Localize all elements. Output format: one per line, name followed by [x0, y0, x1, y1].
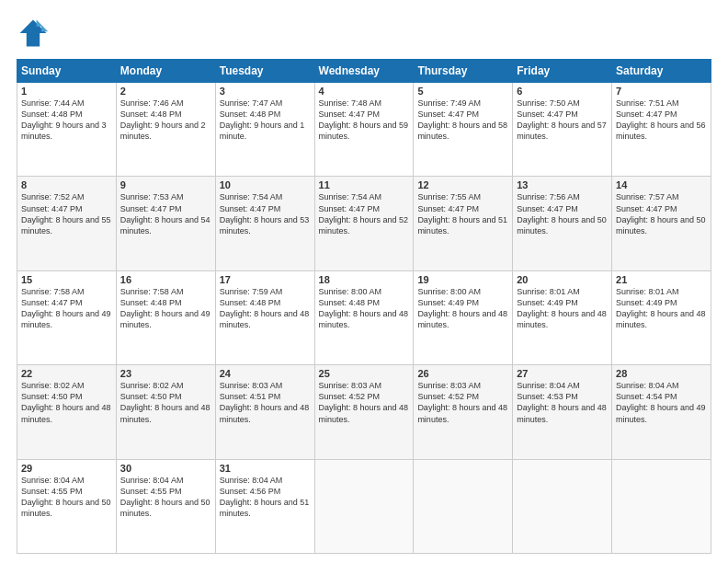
day-info: Sunrise: 8:04 AMSunset: 4:55 PMDaylight:…	[21, 476, 111, 518]
day-number: 21	[616, 274, 707, 285]
calendar-cell: 23Sunrise: 8:02 AMSunset: 4:50 PMDayligh…	[116, 365, 215, 459]
calendar-cell: 6Sunrise: 7:50 AMSunset: 4:47 PMDaylight…	[513, 83, 612, 177]
day-number: 19	[417, 274, 508, 285]
day-info: Sunrise: 7:59 AMSunset: 4:48 PMDaylight:…	[220, 287, 310, 329]
calendar-cell: 1Sunrise: 7:44 AMSunset: 4:48 PMDaylight…	[17, 83, 117, 177]
day-number: 11	[319, 179, 410, 190]
calendar-cell: 24Sunrise: 8:03 AMSunset: 4:51 PMDayligh…	[215, 365, 314, 459]
calendar-cell: 22Sunrise: 8:02 AMSunset: 4:50 PMDayligh…	[17, 365, 117, 459]
page: SundayMondayTuesdayWednesdayThursdayFrid…	[0, 0, 728, 563]
calendar-cell: 9Sunrise: 7:53 AMSunset: 4:47 PMDaylight…	[116, 177, 215, 270]
calendar-cell	[513, 459, 612, 553]
calendar-cell: 13Sunrise: 7:56 AMSunset: 4:47 PMDayligh…	[513, 177, 612, 270]
day-info: Sunrise: 7:48 AMSunset: 4:47 PMDaylight:…	[319, 98, 409, 141]
day-header-friday: Friday	[513, 60, 612, 83]
calendar-cell	[612, 459, 711, 553]
day-info: Sunrise: 7:54 AMSunset: 4:47 PMDaylight:…	[220, 192, 310, 235]
calendar-cell	[414, 459, 513, 553]
calendar-cell: 31Sunrise: 8:04 AMSunset: 4:56 PMDayligh…	[215, 459, 314, 553]
day-info: Sunrise: 8:03 AMSunset: 4:52 PMDaylight:…	[417, 381, 507, 423]
day-number: 15	[21, 274, 112, 285]
calendar-cell: 25Sunrise: 8:03 AMSunset: 4:52 PMDayligh…	[314, 365, 414, 459]
calendar-week-row: 1Sunrise: 7:44 AMSunset: 4:48 PMDaylight…	[17, 83, 711, 177]
day-number: 23	[120, 368, 211, 379]
day-number: 16	[120, 274, 211, 285]
day-number: 28	[616, 368, 707, 379]
day-info: Sunrise: 7:53 AMSunset: 4:47 PMDaylight:…	[120, 192, 210, 235]
calendar-cell: 27Sunrise: 8:04 AMSunset: 4:53 PMDayligh…	[513, 365, 612, 459]
day-number: 7	[616, 86, 707, 97]
day-info: Sunrise: 7:57 AMSunset: 4:47 PMDaylight:…	[616, 192, 706, 235]
calendar-week-row: 29Sunrise: 8:04 AMSunset: 4:55 PMDayligh…	[17, 459, 711, 553]
calendar-cell: 19Sunrise: 8:00 AMSunset: 4:49 PMDayligh…	[414, 270, 513, 364]
day-info: Sunrise: 7:46 AMSunset: 4:48 PMDaylight:…	[120, 98, 206, 141]
day-info: Sunrise: 8:00 AMSunset: 4:49 PMDaylight:…	[417, 287, 507, 329]
day-header-saturday: Saturday	[612, 60, 711, 83]
calendar-cell: 4Sunrise: 7:48 AMSunset: 4:47 PMDaylight…	[314, 83, 414, 177]
day-info: Sunrise: 7:49 AMSunset: 4:47 PMDaylight:…	[417, 98, 507, 141]
day-number: 20	[517, 274, 608, 285]
day-info: Sunrise: 8:01 AMSunset: 4:49 PMDaylight:…	[517, 287, 607, 329]
logo-icon	[17, 17, 50, 50]
calendar-cell: 20Sunrise: 8:01 AMSunset: 4:49 PMDayligh…	[513, 270, 612, 364]
day-info: Sunrise: 7:52 AMSunset: 4:47 PMDaylight:…	[21, 192, 111, 235]
day-header-thursday: Thursday	[414, 60, 513, 83]
day-info: Sunrise: 8:01 AMSunset: 4:49 PMDaylight:…	[616, 287, 706, 329]
day-number: 22	[21, 368, 112, 379]
day-info: Sunrise: 7:56 AMSunset: 4:47 PMDaylight:…	[517, 192, 607, 235]
day-header-monday: Monday	[116, 60, 215, 83]
day-number: 27	[517, 368, 608, 379]
calendar-cell: 15Sunrise: 7:58 AMSunset: 4:47 PMDayligh…	[17, 270, 117, 364]
calendar-cell: 17Sunrise: 7:59 AMSunset: 4:48 PMDayligh…	[215, 270, 314, 364]
calendar-cell: 14Sunrise: 7:57 AMSunset: 4:47 PMDayligh…	[612, 177, 711, 270]
day-info: Sunrise: 8:02 AMSunset: 4:50 PMDaylight:…	[120, 381, 210, 423]
day-info: Sunrise: 7:55 AMSunset: 4:47 PMDaylight:…	[417, 192, 507, 235]
day-number: 6	[517, 86, 608, 97]
day-number: 8	[21, 179, 112, 190]
day-info: Sunrise: 8:04 AMSunset: 4:54 PMDaylight:…	[616, 381, 706, 423]
day-number: 17	[220, 274, 311, 285]
calendar-cell	[314, 459, 414, 553]
day-number: 10	[220, 179, 311, 190]
calendar-cell: 7Sunrise: 7:51 AMSunset: 4:47 PMDaylight…	[612, 83, 711, 177]
calendar-cell: 8Sunrise: 7:52 AMSunset: 4:47 PMDaylight…	[17, 177, 117, 270]
day-number: 31	[220, 463, 311, 474]
calendar-cell: 2Sunrise: 7:46 AMSunset: 4:48 PMDaylight…	[116, 83, 215, 177]
day-header-tuesday: Tuesday	[215, 60, 314, 83]
day-number: 25	[319, 368, 410, 379]
day-number: 26	[417, 368, 508, 379]
calendar-cell: 5Sunrise: 7:49 AMSunset: 4:47 PMDaylight…	[414, 83, 513, 177]
day-number: 4	[319, 86, 410, 97]
calendar-week-row: 8Sunrise: 7:52 AMSunset: 4:47 PMDaylight…	[17, 177, 711, 270]
day-info: Sunrise: 8:00 AMSunset: 4:48 PMDaylight:…	[319, 287, 409, 329]
day-info: Sunrise: 8:04 AMSunset: 4:55 PMDaylight:…	[120, 476, 210, 518]
day-info: Sunrise: 7:58 AMSunset: 4:47 PMDaylight:…	[21, 287, 111, 329]
day-number: 9	[120, 179, 211, 190]
day-header-sunday: Sunday	[17, 60, 117, 83]
day-number: 12	[417, 179, 508, 190]
day-info: Sunrise: 7:51 AMSunset: 4:47 PMDaylight:…	[616, 98, 706, 141]
calendar-cell: 30Sunrise: 8:04 AMSunset: 4:55 PMDayligh…	[116, 459, 215, 553]
day-info: Sunrise: 8:03 AMSunset: 4:51 PMDaylight:…	[220, 381, 310, 423]
svg-marker-0	[20, 20, 47, 47]
day-info: Sunrise: 7:50 AMSunset: 4:47 PMDaylight:…	[517, 98, 607, 141]
day-info: Sunrise: 8:04 AMSunset: 4:56 PMDaylight:…	[220, 476, 310, 518]
day-info: Sunrise: 7:47 AMSunset: 4:48 PMDaylight:…	[220, 98, 305, 141]
calendar-cell: 21Sunrise: 8:01 AMSunset: 4:49 PMDayligh…	[612, 270, 711, 364]
day-info: Sunrise: 8:03 AMSunset: 4:52 PMDaylight:…	[319, 381, 409, 423]
calendar-cell: 29Sunrise: 8:04 AMSunset: 4:55 PMDayligh…	[17, 459, 117, 553]
day-number: 3	[220, 86, 311, 97]
calendar-cell: 3Sunrise: 7:47 AMSunset: 4:48 PMDaylight…	[215, 83, 314, 177]
day-info: Sunrise: 8:02 AMSunset: 4:50 PMDaylight:…	[21, 381, 111, 423]
day-number: 24	[220, 368, 311, 379]
calendar-cell: 28Sunrise: 8:04 AMSunset: 4:54 PMDayligh…	[612, 365, 711, 459]
day-number: 30	[120, 463, 211, 474]
calendar-cell: 11Sunrise: 7:54 AMSunset: 4:47 PMDayligh…	[314, 177, 414, 270]
calendar-cell: 26Sunrise: 8:03 AMSunset: 4:52 PMDayligh…	[414, 365, 513, 459]
calendar-cell: 12Sunrise: 7:55 AMSunset: 4:47 PMDayligh…	[414, 177, 513, 270]
logo	[17, 17, 53, 50]
day-info: Sunrise: 8:04 AMSunset: 4:53 PMDaylight:…	[517, 381, 607, 423]
day-info: Sunrise: 7:54 AMSunset: 4:47 PMDaylight:…	[319, 192, 409, 235]
day-number: 14	[616, 179, 707, 190]
calendar-cell: 18Sunrise: 8:00 AMSunset: 4:48 PMDayligh…	[314, 270, 414, 364]
